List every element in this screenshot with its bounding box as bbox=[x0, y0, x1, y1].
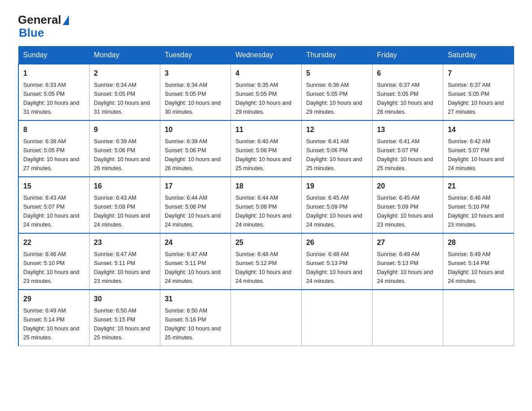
calendar-cell: 8 Sunrise: 6:38 AMSunset: 5:05 PMDayligh… bbox=[18, 120, 89, 177]
calendar-cell: 24 Sunrise: 6:47 AMSunset: 5:11 PMDaylig… bbox=[160, 233, 231, 290]
day-info: Sunrise: 6:45 AMSunset: 5:09 PMDaylight:… bbox=[306, 193, 368, 229]
day-number: 2 bbox=[94, 68, 155, 79]
calendar-cell: 3 Sunrise: 6:34 AMSunset: 5:05 PMDayligh… bbox=[160, 64, 231, 120]
calendar-cell: 22 Sunrise: 6:46 AMSunset: 5:10 PMDaylig… bbox=[18, 233, 89, 290]
day-number: 13 bbox=[377, 124, 438, 135]
calendar-cell: 11 Sunrise: 6:40 AMSunset: 5:06 PMDaylig… bbox=[231, 120, 301, 177]
day-info: Sunrise: 6:44 AMSunset: 5:08 PMDaylight:… bbox=[165, 193, 226, 229]
day-number: 9 bbox=[94, 124, 155, 135]
day-info: Sunrise: 6:37 AMSunset: 5:05 PMDaylight:… bbox=[377, 81, 438, 116]
calendar-cell: 31 Sunrise: 6:50 AMSunset: 5:16 PMDaylig… bbox=[160, 290, 231, 346]
calendar-cell: 20 Sunrise: 6:45 AMSunset: 5:09 PMDaylig… bbox=[372, 177, 443, 233]
day-info: Sunrise: 6:50 AMSunset: 5:15 PMDaylight:… bbox=[94, 306, 155, 342]
logo-inner: General Blue bbox=[18, 13, 69, 39]
calendar-cell: 18 Sunrise: 6:44 AMSunset: 5:08 PMDaylig… bbox=[231, 177, 301, 233]
day-number: 4 bbox=[236, 68, 297, 79]
day-info: Sunrise: 6:49 AMSunset: 5:13 PMDaylight:… bbox=[377, 250, 438, 286]
day-info: Sunrise: 6:43 AMSunset: 5:07 PMDaylight:… bbox=[23, 193, 85, 229]
day-number: 29 bbox=[23, 294, 85, 304]
day-info: Sunrise: 6:33 AMSunset: 5:05 PMDaylight:… bbox=[23, 81, 85, 116]
day-number: 3 bbox=[165, 68, 226, 79]
day-number: 15 bbox=[23, 181, 85, 192]
week-row-4: 22 Sunrise: 6:46 AMSunset: 5:10 PMDaylig… bbox=[18, 233, 514, 290]
calendar-cell bbox=[301, 290, 372, 346]
day-number: 23 bbox=[94, 237, 155, 248]
day-info: Sunrise: 6:47 AMSunset: 5:11 PMDaylight:… bbox=[94, 250, 155, 286]
week-row-1: 1 Sunrise: 6:33 AMSunset: 5:05 PMDayligh… bbox=[18, 64, 514, 120]
calendar-cell: 17 Sunrise: 6:44 AMSunset: 5:08 PMDaylig… bbox=[160, 177, 231, 233]
day-info: Sunrise: 6:49 AMSunset: 5:14 PMDaylight:… bbox=[23, 306, 85, 342]
calendar-cell: 5 Sunrise: 6:36 AMSunset: 5:05 PMDayligh… bbox=[301, 64, 372, 120]
day-info: Sunrise: 6:41 AMSunset: 5:06 PMDaylight:… bbox=[306, 137, 368, 173]
day-info: Sunrise: 6:48 AMSunset: 5:13 PMDaylight:… bbox=[306, 250, 368, 286]
logo-blue: Blue bbox=[19, 26, 69, 39]
day-number: 24 bbox=[165, 237, 226, 248]
header-day-saturday: Saturday bbox=[443, 47, 514, 64]
day-info: Sunrise: 6:40 AMSunset: 5:06 PMDaylight:… bbox=[236, 137, 297, 173]
calendar-cell bbox=[372, 290, 443, 346]
calendar-cell: 19 Sunrise: 6:45 AMSunset: 5:09 PMDaylig… bbox=[301, 177, 372, 233]
header-day-thursday: Thursday bbox=[301, 47, 372, 64]
day-info: Sunrise: 6:38 AMSunset: 5:05 PMDaylight:… bbox=[23, 137, 85, 173]
day-info: Sunrise: 6:34 AMSunset: 5:05 PMDaylight:… bbox=[165, 81, 226, 116]
day-number: 7 bbox=[448, 68, 509, 79]
calendar-cell bbox=[443, 290, 514, 346]
calendar-cell: 13 Sunrise: 6:41 AMSunset: 5:07 PMDaylig… bbox=[372, 120, 443, 177]
week-row-5: 29 Sunrise: 6:49 AMSunset: 5:14 PMDaylig… bbox=[18, 290, 514, 346]
day-number: 31 bbox=[165, 294, 226, 304]
calendar-cell: 23 Sunrise: 6:47 AMSunset: 5:11 PMDaylig… bbox=[89, 233, 160, 290]
page-header: General Blue bbox=[18, 13, 514, 39]
calendar-cell: 26 Sunrise: 6:48 AMSunset: 5:13 PMDaylig… bbox=[301, 233, 372, 290]
day-info: Sunrise: 6:35 AMSunset: 5:05 PMDaylight:… bbox=[236, 81, 297, 116]
day-number: 12 bbox=[306, 124, 368, 135]
header-row: SundayMondayTuesdayWednesdayThursdayFrid… bbox=[18, 47, 514, 64]
day-number: 8 bbox=[23, 124, 85, 135]
day-info: Sunrise: 6:47 AMSunset: 5:11 PMDaylight:… bbox=[165, 250, 226, 286]
day-info: Sunrise: 6:46 AMSunset: 5:10 PMDaylight:… bbox=[448, 193, 509, 229]
day-info: Sunrise: 6:34 AMSunset: 5:05 PMDaylight:… bbox=[94, 81, 155, 116]
header-day-sunday: Sunday bbox=[18, 47, 89, 64]
calendar-cell: 15 Sunrise: 6:43 AMSunset: 5:07 PMDaylig… bbox=[18, 177, 89, 233]
calendar-cell: 7 Sunrise: 6:37 AMSunset: 5:05 PMDayligh… bbox=[443, 64, 514, 120]
calendar-cell: 30 Sunrise: 6:50 AMSunset: 5:15 PMDaylig… bbox=[89, 290, 160, 346]
day-info: Sunrise: 6:37 AMSunset: 5:05 PMDaylight:… bbox=[448, 81, 509, 116]
calendar-cell: 1 Sunrise: 6:33 AMSunset: 5:05 PMDayligh… bbox=[18, 64, 89, 120]
day-number: 20 bbox=[377, 181, 438, 192]
day-info: Sunrise: 6:43 AMSunset: 5:08 PMDaylight:… bbox=[94, 193, 155, 229]
day-number: 30 bbox=[94, 294, 155, 304]
day-number: 25 bbox=[236, 237, 297, 248]
day-info: Sunrise: 6:44 AMSunset: 5:08 PMDaylight:… bbox=[236, 193, 297, 229]
calendar-cell: 2 Sunrise: 6:34 AMSunset: 5:05 PMDayligh… bbox=[89, 64, 160, 120]
header-day-monday: Monday bbox=[89, 47, 160, 64]
logo: General Blue bbox=[18, 13, 69, 39]
day-info: Sunrise: 6:45 AMSunset: 5:09 PMDaylight:… bbox=[377, 193, 438, 229]
week-row-3: 15 Sunrise: 6:43 AMSunset: 5:07 PMDaylig… bbox=[18, 177, 514, 233]
day-number: 14 bbox=[448, 124, 509, 135]
calendar-cell: 4 Sunrise: 6:35 AMSunset: 5:05 PMDayligh… bbox=[231, 64, 301, 120]
day-info: Sunrise: 6:50 AMSunset: 5:16 PMDaylight:… bbox=[165, 306, 226, 342]
calendar-cell: 14 Sunrise: 6:42 AMSunset: 5:07 PMDaylig… bbox=[443, 120, 514, 177]
day-number: 11 bbox=[236, 124, 297, 135]
calendar-cell: 21 Sunrise: 6:46 AMSunset: 5:10 PMDaylig… bbox=[443, 177, 514, 233]
day-info: Sunrise: 6:41 AMSunset: 5:07 PMDaylight:… bbox=[377, 137, 438, 173]
calendar-cell: 29 Sunrise: 6:49 AMSunset: 5:14 PMDaylig… bbox=[18, 290, 89, 346]
calendar-cell: 16 Sunrise: 6:43 AMSunset: 5:08 PMDaylig… bbox=[89, 177, 160, 233]
header-day-friday: Friday bbox=[372, 47, 443, 64]
day-info: Sunrise: 6:48 AMSunset: 5:12 PMDaylight:… bbox=[236, 250, 297, 286]
header-day-wednesday: Wednesday bbox=[231, 47, 301, 64]
day-info: Sunrise: 6:39 AMSunset: 5:06 PMDaylight:… bbox=[165, 137, 226, 173]
day-info: Sunrise: 6:36 AMSunset: 5:05 PMDaylight:… bbox=[306, 81, 368, 116]
day-number: 6 bbox=[377, 68, 438, 79]
day-number: 10 bbox=[165, 124, 226, 135]
day-number: 1 bbox=[23, 68, 85, 79]
day-number: 16 bbox=[94, 181, 155, 192]
logo-triangle-icon bbox=[63, 15, 69, 25]
day-number: 22 bbox=[23, 237, 85, 248]
day-number: 5 bbox=[306, 68, 368, 79]
calendar-cell: 25 Sunrise: 6:48 AMSunset: 5:12 PMDaylig… bbox=[231, 233, 301, 290]
week-row-2: 8 Sunrise: 6:38 AMSunset: 5:05 PMDayligh… bbox=[18, 120, 514, 177]
calendar-cell: 28 Sunrise: 6:49 AMSunset: 5:14 PMDaylig… bbox=[443, 233, 514, 290]
header-day-tuesday: Tuesday bbox=[160, 47, 231, 64]
day-number: 27 bbox=[377, 237, 438, 248]
day-info: Sunrise: 6:42 AMSunset: 5:07 PMDaylight:… bbox=[448, 137, 509, 173]
